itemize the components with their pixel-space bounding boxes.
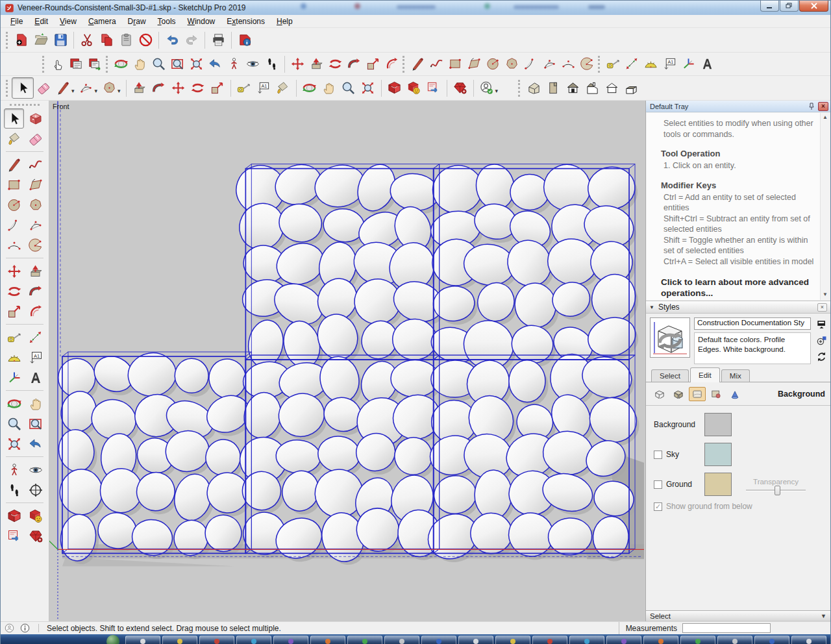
taskbar-button[interactable] xyxy=(495,636,530,644)
zoom-window-tool[interactable] xyxy=(25,414,45,434)
paint-bucket-tool[interactable] xyxy=(4,129,24,149)
rotated-rectangle-tool[interactable] xyxy=(465,55,484,73)
taskbar-button[interactable] xyxy=(236,636,271,644)
scale-tool[interactable] xyxy=(4,301,24,321)
sign-in-button[interactable] xyxy=(477,79,497,98)
model-viewport[interactable]: Front xyxy=(49,101,645,621)
ground-color-swatch[interactable] xyxy=(704,473,732,496)
collapse-triangle-icon[interactable]: ▼ xyxy=(649,304,654,310)
zoom-tool[interactable] xyxy=(4,414,24,434)
redo-button[interactable] xyxy=(182,31,201,50)
component-options-button[interactable] xyxy=(67,55,86,73)
advanced-operations-link[interactable]: Click to learn about more advanced opera… xyxy=(661,277,815,299)
axes-tool[interactable] xyxy=(679,55,698,73)
tape-measure-tool[interactable] xyxy=(234,79,254,98)
push-pull-tool[interactable] xyxy=(307,55,326,73)
two-point-arc-tool[interactable] xyxy=(540,55,559,73)
text-tool[interactable]: A1 xyxy=(254,79,273,98)
previous-view-button[interactable] xyxy=(206,55,225,73)
previous-view-button[interactable] xyxy=(25,434,45,454)
menu-help[interactable]: Help xyxy=(271,16,299,27)
toolbar-grip[interactable] xyxy=(10,104,40,106)
pan-tool[interactable] xyxy=(25,393,45,414)
rotate-tool[interactable] xyxy=(326,55,345,73)
push-pull-tool[interactable] xyxy=(130,79,149,98)
face-settings-icon[interactable] xyxy=(670,387,687,401)
model-info-button[interactable] xyxy=(235,31,254,50)
tab-edit[interactable]: Edit xyxy=(690,367,720,382)
move-tool[interactable] xyxy=(4,261,24,281)
windows-taskbar[interactable] xyxy=(1,634,830,644)
print-button[interactable] xyxy=(208,31,228,50)
minimize-button[interactable] xyxy=(760,1,779,12)
extension-manager-button[interactable] xyxy=(25,526,45,546)
erase-button[interactable] xyxy=(136,31,155,50)
tape-measure-tool[interactable] xyxy=(604,55,623,73)
taskbar-button[interactable] xyxy=(606,636,641,644)
taskbar-button[interactable] xyxy=(569,636,604,644)
circle-tool[interactable] xyxy=(4,195,24,215)
transparency-slider[interactable] xyxy=(746,489,806,491)
eraser-tool[interactable] xyxy=(25,129,45,149)
paste-button[interactable] xyxy=(116,31,136,50)
secondary-pane-icon[interactable] xyxy=(816,319,827,332)
select-tool[interactable] xyxy=(4,108,24,129)
zoom-extents-button[interactable] xyxy=(358,79,378,98)
pie-tool[interactable] xyxy=(25,235,45,255)
look-around-tool[interactable] xyxy=(25,460,45,480)
shapes-tool-dropdown-icon[interactable]: ▾ xyxy=(118,88,121,94)
pie-tool[interactable] xyxy=(578,55,597,73)
scroll-down-icon[interactable]: ▼ xyxy=(823,291,828,299)
dimension-tool[interactable] xyxy=(623,55,641,73)
taskbar-button[interactable] xyxy=(162,636,197,644)
taskbar-button[interactable] xyxy=(717,636,752,644)
scale-tool[interactable] xyxy=(364,55,382,73)
viewport-canvas[interactable] xyxy=(49,101,645,621)
iso-view-button[interactable] xyxy=(524,79,543,98)
extension-manager-button[interactable] xyxy=(451,79,470,98)
scroll-up-icon[interactable]: ▲ xyxy=(823,114,828,121)
toolbar-grip[interactable] xyxy=(6,32,8,49)
offset-tool[interactable] xyxy=(25,301,45,321)
style-thumbnail[interactable] xyxy=(650,317,690,358)
start-orb[interactable] xyxy=(106,635,119,644)
component-attributes-button[interactable] xyxy=(86,55,105,73)
close-button[interactable] xyxy=(799,1,828,12)
menu-draw[interactable]: Draw xyxy=(122,16,152,27)
tape-measure-tool[interactable] xyxy=(4,327,24,347)
arc-tool[interactable] xyxy=(521,55,540,73)
polygon-tool[interactable] xyxy=(25,195,45,215)
follow-me-tool[interactable] xyxy=(345,55,364,73)
taskbar-button[interactable] xyxy=(680,636,715,644)
modeling-settings-icon[interactable] xyxy=(726,387,743,401)
position-camera-tool[interactable] xyxy=(225,55,243,73)
rotated-rectangle-tool[interactable] xyxy=(25,175,45,195)
orbit-tool[interactable] xyxy=(4,393,24,414)
text-tool[interactable]: A1 xyxy=(660,55,679,73)
styles-panel-header[interactable]: ▼ Styles × xyxy=(646,301,830,314)
zoom-tool[interactable] xyxy=(339,79,358,98)
menu-window[interactable]: Window xyxy=(182,16,221,27)
rotate-tool[interactable] xyxy=(188,79,208,98)
taskbar-button[interactable] xyxy=(643,636,678,644)
style-description[interactable]: Default face colors. Profile Edges. Whit… xyxy=(694,332,811,364)
sky-checkbox[interactable] xyxy=(654,451,662,459)
save-button[interactable] xyxy=(51,31,70,50)
push-pull-tool[interactable] xyxy=(25,261,45,281)
taskbar-button[interactable] xyxy=(384,636,419,644)
tray-close-icon[interactable]: × xyxy=(818,102,828,111)
taskbar-button[interactable] xyxy=(347,636,382,644)
geolocation-status-icon[interactable] xyxy=(5,623,14,633)
zoom-extents-button[interactable] xyxy=(187,55,206,73)
menu-camera[interactable]: Camera xyxy=(82,16,122,27)
protractor-tool[interactable] xyxy=(4,347,24,367)
orbit-tool[interactable] xyxy=(300,79,319,98)
background-color-swatch[interactable] xyxy=(704,413,732,436)
toolbar-grip[interactable] xyxy=(106,56,108,73)
3d-text-tool[interactable] xyxy=(25,367,45,388)
section-plane-tool[interactable] xyxy=(25,480,45,500)
pan-tool[interactable] xyxy=(130,55,149,73)
move-tool[interactable] xyxy=(169,79,188,98)
extension-warehouse-button[interactable] xyxy=(404,79,424,98)
restore-button[interactable] xyxy=(780,1,799,12)
